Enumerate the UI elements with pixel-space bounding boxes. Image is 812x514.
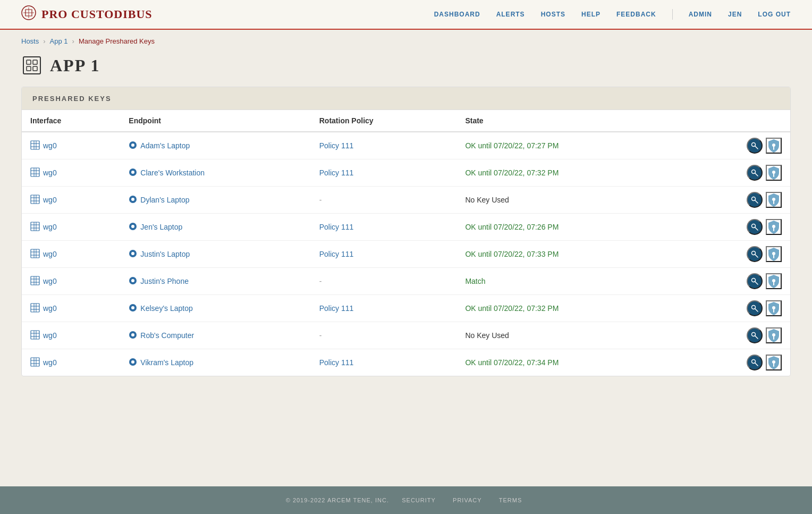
- interface-label[interactable]: wg0: [43, 141, 57, 150]
- policy-dash: -: [319, 196, 322, 204]
- nav-jen[interactable]: JEN: [728, 11, 742, 18]
- shield-button[interactable]: [766, 138, 782, 154]
- interface-label[interactable]: wg0: [43, 223, 57, 231]
- interface-label[interactable]: wg0: [43, 168, 57, 177]
- page-title: APP 1: [50, 56, 100, 75]
- endpoint-link[interactable]: Clare's Workstation: [129, 168, 302, 178]
- policy-link[interactable]: Policy 111: [319, 168, 354, 177]
- col-interface: Interface: [22, 110, 120, 132]
- interface-label[interactable]: wg0: [43, 277, 57, 285]
- shield-button[interactable]: [766, 327, 782, 343]
- table-row: wg0 Jen's Laptop Policy 111OK until 07/2…: [22, 214, 790, 241]
- svg-rect-72: [31, 304, 39, 312]
- svg-point-23: [131, 171, 134, 174]
- endpoint-link[interactable]: Vikram's Laptop: [129, 358, 302, 368]
- grid-icon: [30, 222, 40, 233]
- cell-interface-5: wg0: [22, 268, 120, 295]
- endpoint-link[interactable]: Justin's Laptop: [129, 249, 302, 259]
- footer-terms[interactable]: TERMS: [499, 497, 522, 503]
- interface-label[interactable]: wg0: [43, 304, 57, 313]
- table-row: wg0 Vikram's Laptop Policy 111OK until 0…: [22, 349, 790, 376]
- header: PRO CUSTODIBUS DASHBOARD ALERTS HOSTS HE…: [0, 0, 812, 30]
- col-policy: Rotation Policy: [311, 110, 457, 132]
- shield-button[interactable]: [766, 273, 782, 289]
- grid-icon: [30, 276, 40, 287]
- policy-link[interactable]: Policy 111: [319, 141, 354, 150]
- grid-icon: [30, 330, 40, 341]
- nav-feedback[interactable]: FEEDBACK: [616, 11, 656, 18]
- footer-security[interactable]: SECURITY: [402, 497, 436, 503]
- svg-line-25: [755, 173, 758, 176]
- svg-line-36: [755, 200, 758, 204]
- shield-button[interactable]: [766, 300, 782, 316]
- shield-button[interactable]: [766, 246, 782, 262]
- endpoint-link[interactable]: Justin's Phone: [129, 276, 302, 287]
- breadcrumb-hosts[interactable]: Hosts: [21, 37, 39, 45]
- shield-button[interactable]: [766, 192, 782, 208]
- footer-privacy[interactable]: PRIVACY: [453, 497, 481, 503]
- nav-hosts[interactable]: HOSTS: [541, 11, 565, 18]
- interface-label[interactable]: wg0: [43, 331, 57, 340]
- nav-dashboard[interactable]: DASHBOARD: [434, 11, 480, 18]
- endpoint-name[interactable]: Vikram's Laptop: [140, 358, 193, 367]
- shield-button[interactable]: [766, 355, 782, 370]
- endpoint-name[interactable]: Adam's Laptop: [140, 141, 190, 150]
- endpoint-name[interactable]: Clare's Workstation: [140, 168, 205, 177]
- state-value: OK until 07/20/22, 07:27 PM: [465, 141, 559, 150]
- policy-link[interactable]: Policy 111: [319, 250, 354, 258]
- key-button[interactable]: [747, 273, 763, 289]
- interface-label[interactable]: wg0: [43, 250, 57, 258]
- endpoint-link[interactable]: Rob's Computer: [129, 331, 302, 341]
- endpoint-link[interactable]: Adam's Laptop: [129, 141, 302, 151]
- key-button[interactable]: [747, 219, 763, 235]
- svg-rect-28: [31, 195, 39, 204]
- policy-link[interactable]: Policy 111: [319, 223, 354, 231]
- key-button[interactable]: [747, 300, 763, 316]
- cell-interface-6: wg0: [22, 295, 120, 322]
- endpoint-link[interactable]: Dylan's Laptop: [129, 195, 302, 205]
- nav-alerts[interactable]: ALERTS: [496, 11, 525, 18]
- page-title-area: APP 1: [0, 49, 812, 87]
- key-button[interactable]: [747, 192, 763, 208]
- endpoint-name[interactable]: Justin's Laptop: [140, 250, 190, 258]
- shield-button[interactable]: [766, 219, 782, 235]
- policy-link[interactable]: Policy 111: [319, 358, 354, 367]
- cell-actions-0: [683, 132, 790, 159]
- breadcrumb-sep-2: ›: [72, 37, 74, 45]
- endpoint-name[interactable]: Justin's Phone: [140, 277, 189, 285]
- endpoint-name[interactable]: Jen's Laptop: [140, 223, 182, 231]
- cell-interface-3: wg0: [22, 214, 120, 241]
- cell-policy-7: -: [311, 322, 457, 349]
- cell-policy-4: Policy 111: [311, 241, 457, 268]
- endpoint-link[interactable]: Jen's Laptop: [129, 222, 302, 232]
- interface-label[interactable]: wg0: [43, 358, 57, 367]
- nav-help[interactable]: HELP: [581, 11, 600, 18]
- key-button[interactable]: [747, 138, 763, 154]
- key-button[interactable]: [747, 246, 763, 262]
- policy-dash: -: [319, 277, 322, 285]
- cell-actions-3: [683, 214, 790, 241]
- key-button[interactable]: [747, 327, 763, 343]
- nav-logout[interactable]: LOG OUT: [758, 11, 791, 18]
- endpoint-name[interactable]: Rob's Computer: [140, 331, 194, 340]
- cell-state-6: OK until 07/20/22, 07:32 PM: [456, 295, 683, 322]
- key-button[interactable]: [747, 165, 763, 181]
- grid-icon: [30, 140, 40, 151]
- cell-endpoint-1: Clare's Workstation: [120, 159, 310, 187]
- policy-link[interactable]: Policy 111: [319, 304, 354, 313]
- breadcrumb-app1[interactable]: App 1: [50, 37, 68, 45]
- endpoint-name[interactable]: Dylan's Laptop: [140, 196, 189, 204]
- cell-policy-3: Policy 111: [311, 214, 457, 241]
- nav-separator: [672, 9, 673, 20]
- endpoint-name[interactable]: Kelsey's Laptop: [140, 304, 192, 313]
- endpoint-link[interactable]: Kelsey's Laptop: [129, 304, 302, 314]
- section-title: PRESHARED KEYS: [32, 95, 112, 103]
- state-value: OK until 07/20/22, 07:34 PM: [465, 358, 559, 367]
- svg-line-47: [755, 227, 758, 231]
- nav-admin[interactable]: ADMIN: [689, 11, 712, 18]
- shield-button[interactable]: [766, 165, 782, 181]
- cell-interface-0: wg0: [22, 132, 120, 159]
- interface-label[interactable]: wg0: [43, 196, 57, 204]
- key-button[interactable]: [747, 355, 763, 370]
- col-actions: [683, 110, 790, 132]
